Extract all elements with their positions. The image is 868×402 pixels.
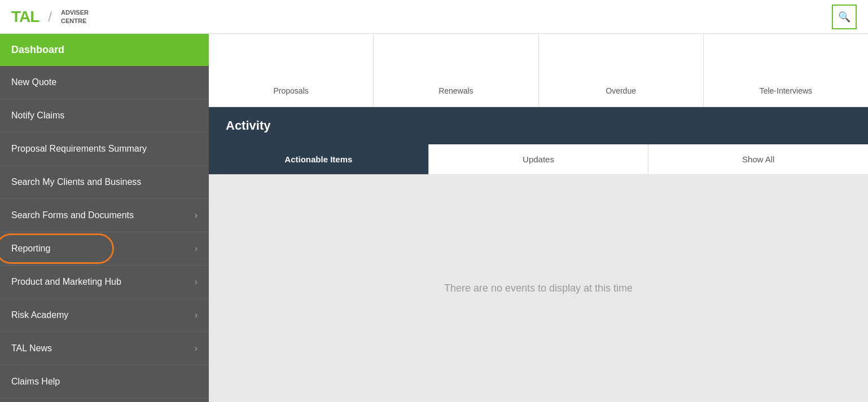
tab-actionable-items[interactable]: Actionable Items — [209, 144, 429, 174]
chevron-right-icon: › — [195, 210, 198, 220]
activity-header: Activity — [209, 107, 868, 144]
search-icon: 🔍 — [838, 11, 851, 23]
sidebar-item-proposal-requirements[interactable]: Proposal Requirements Summary — [0, 132, 209, 166]
sidebar-item-notify-claims[interactable]: Notify Claims — [0, 99, 209, 132]
stat-proposals[interactable]: Proposals — [209, 34, 374, 107]
tab-show-all[interactable]: Show All — [648, 144, 868, 174]
stat-tele-interviews-label: Tele-Interviews — [760, 86, 812, 95]
activity-tabs: Actionable Items Updates Show All — [209, 144, 868, 175]
sidebar-item-product-marketing[interactable]: Product and Marketing Hub › — [0, 266, 209, 299]
sidebar-item-label: Risk Academy — [11, 310, 68, 320]
sidebar-item-label: Search My Clients and Business — [11, 177, 141, 187]
stat-tele-interviews[interactable]: Tele-Interviews — [704, 34, 868, 107]
sidebar: Dashboard New Quote Notify Claims Propos… — [0, 34, 209, 402]
stat-renewals[interactable]: Renewals — [374, 34, 538, 107]
stat-renewals-label: Renewals — [439, 86, 473, 95]
sidebar-item-search-forms[interactable]: Search Forms and Documents › — [0, 199, 209, 232]
sidebar-item-tal-news[interactable]: TAL News › — [0, 332, 209, 365]
sidebar-item-claims-help[interactable]: Claims Help — [0, 365, 209, 399]
main-content: Proposals Renewals Overdue Tele-Intervie… — [209, 34, 868, 402]
logo-area: TAL / ADVISER CENTRE — [11, 8, 89, 26]
sidebar-item-label: Reporting — [11, 244, 50, 254]
sidebar-item-new-quote[interactable]: New Quote — [0, 66, 209, 99]
activity-empty-state: There are no events to display at this t… — [209, 175, 868, 402]
sidebar-item-risk-academy[interactable]: Risk Academy › — [0, 299, 209, 332]
activity-title: Activity — [226, 118, 851, 133]
sidebar-dashboard-label[interactable]: Dashboard — [0, 34, 209, 66]
chevron-right-icon: › — [195, 343, 198, 354]
sidebar-item-label: New Quote — [11, 77, 56, 87]
header: TAL / ADVISER CENTRE 🔍 — [0, 0, 868, 34]
search-button[interactable]: 🔍 — [832, 5, 857, 29]
sidebar-item-label: TAL News — [11, 343, 52, 354]
sidebar-item-label: Proposal Requirements Summary — [11, 144, 147, 154]
stats-row: Proposals Renewals Overdue Tele-Intervie… — [209, 34, 868, 107]
stat-overdue[interactable]: Overdue — [539, 34, 704, 107]
sidebar-item-label: Search Forms and Documents — [11, 210, 134, 220]
stat-proposals-label: Proposals — [273, 86, 308, 95]
stat-overdue-label: Overdue — [606, 86, 636, 95]
logo-divider: / — [48, 9, 52, 25]
tab-updates[interactable]: Updates — [429, 144, 649, 174]
chevron-right-icon: › — [195, 310, 198, 320]
activity-empty-message: There are no events to display at this t… — [444, 282, 633, 294]
sidebar-item-label: Claims Help — [11, 377, 60, 387]
activity-section: Activity Actionable Items Updates Show A… — [209, 107, 868, 402]
sidebar-item-search-clients[interactable]: Search My Clients and Business — [0, 166, 209, 199]
logo-tal: TAL — [11, 8, 39, 26]
sidebar-item-label: Notify Claims — [11, 111, 64, 121]
logo-text: ADVISER CENTRE — [61, 8, 89, 25]
chevron-right-icon: › — [195, 244, 198, 254]
main-layout: Dashboard New Quote Notify Claims Propos… — [0, 34, 868, 402]
sidebar-item-label: Product and Marketing Hub — [11, 277, 121, 287]
chevron-right-icon: › — [195, 277, 198, 287]
sidebar-item-reporting[interactable]: Reporting › — [0, 232, 209, 266]
